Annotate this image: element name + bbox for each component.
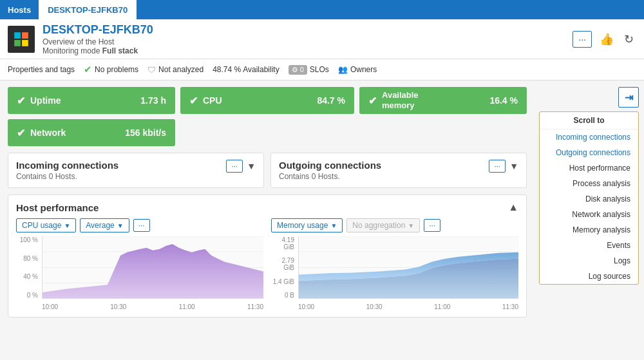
cpu-label: CPU	[203, 95, 317, 106]
host-header: DESKTOP-EJFKB70 Overview of the Host Mon…	[0, 19, 644, 59]
metrics-row-2: ✔ Network 156 kbit/s	[8, 119, 527, 146]
svg-rect-3	[22, 40, 28, 46]
right-sidebar: ⇥ Scroll to Incoming connections Outgoin…	[535, 81, 644, 360]
outgoing-chevron[interactable]: ▼	[509, 161, 518, 171]
no-problems[interactable]: ✔ No problems	[84, 64, 138, 75]
sidebar-item-logs[interactable]: Logs	[540, 253, 638, 269]
performance-panel: Host performance ▲ CPU usage ▼ Average ▼	[8, 194, 527, 317]
sidebar-item-log-sources[interactable]: Log sources	[540, 269, 638, 284]
properties-tags[interactable]: Properties and tags	[8, 65, 75, 74]
outgoing-title: Outgoing connections	[279, 160, 489, 171]
incoming-more-button[interactable]: ···	[226, 160, 243, 173]
cpu-tile: ✔ CPU 84.7 %	[180, 87, 354, 114]
performance-title: Host performance	[16, 202, 508, 213]
header-actions: ··· 👍 ↻	[573, 30, 636, 49]
cpu-chart-area: 100 % 80 % 40 % 0 %	[16, 236, 263, 310]
outgoing-connections-panel: Outgoing connections Contains 0 Hosts. ·…	[270, 153, 527, 188]
sidebar-item-network-analysis[interactable]: Network analysis	[540, 207, 638, 222]
cpu-value: 84.7 %	[317, 95, 345, 106]
outgoing-more-button[interactable]: ···	[489, 160, 506, 173]
memory-usage-dropdown[interactable]: Memory usage ▼	[271, 218, 343, 232]
memory-tile: ✔ Available memory 16.4 %	[359, 87, 527, 114]
slos[interactable]: ⚙ 0 SLOs	[289, 65, 329, 75]
sidebar-item-incoming[interactable]: Incoming connections	[540, 129, 638, 145]
availability[interactable]: 48.74 % Availability	[213, 65, 279, 74]
uptime-label: Uptime	[30, 95, 140, 106]
average-dropdown[interactable]: Average ▼	[80, 218, 129, 232]
more-button[interactable]: ···	[573, 31, 592, 48]
uptime-tile: ✔ Uptime 1.73 h	[8, 87, 175, 114]
sidebar-item-events[interactable]: Events	[540, 238, 638, 253]
check-icon: ✔	[368, 95, 377, 107]
memory-value: 16.4 %	[489, 95, 518, 106]
svg-rect-1	[22, 32, 28, 39]
scroll-to-title: Scroll to	[540, 112, 638, 129]
host-subtitle: Overview of the Host	[43, 37, 573, 46]
scroll-to-panel: Scroll to Incoming connections Outgoing …	[539, 111, 639, 285]
content-area: ✔ Uptime 1.73 h ✔ CPU 84.7 % ✔ Available…	[0, 81, 535, 360]
nav-current: DESKTOP-EJFKB70	[39, 0, 137, 19]
cpu-chart: CPU usage ▼ Average ▼ ··· 100 % 80 %	[16, 218, 263, 310]
host-icon	[8, 26, 35, 53]
sidebar-item-outgoing[interactable]: Outgoing connections	[540, 145, 638, 160]
check-icon: ✔	[84, 64, 92, 75]
incoming-chevron[interactable]: ▼	[247, 161, 256, 171]
svg-marker-8	[43, 244, 263, 298]
metrics-row-1: ✔ Uptime 1.73 h ✔ CPU 84.7 % ✔ Available…	[8, 87, 527, 114]
check-icon: ✔	[17, 95, 25, 107]
connections-row: Incoming connections Contains 0 Hosts. ·…	[8, 153, 527, 188]
owners-icon: 👥	[338, 65, 348, 74]
network-tile: ✔ Network 156 kbit/s	[8, 119, 175, 146]
sidebar-item-process-analysis[interactable]: Process analysis	[540, 176, 638, 191]
memory-chart-more[interactable]: ···	[424, 219, 440, 232]
check-icon: ✔	[189, 95, 198, 107]
svg-rect-0	[14, 32, 21, 39]
incoming-connections-panel: Incoming connections Contains 0 Hosts. ·…	[8, 153, 264, 188]
gear-icon: ⚙ 0	[289, 65, 307, 75]
expand-button[interactable]: ⇥	[618, 87, 639, 108]
tags-bar: Properties and tags ✔ No problems 🛡 Not …	[0, 59, 644, 81]
incoming-subtitle: Contains 0 Hosts.	[16, 172, 226, 181]
svg-rect-2	[14, 40, 21, 46]
memory-label: Available memory	[382, 90, 489, 110]
uptime-value: 1.73 h	[140, 95, 166, 106]
shield-icon: 🛡	[147, 65, 156, 75]
network-value: 156 kbit/s	[125, 128, 166, 138]
host-name: DESKTOP-EJFKB70	[43, 23, 573, 37]
memory-chart-area: 4.19 GiB 2.79 GiB 1.4 GiB 0 B	[271, 236, 518, 310]
sidebar-item-memory-analysis[interactable]: Memory analysis	[540, 222, 638, 238]
owners[interactable]: 👥 Owners	[338, 65, 377, 74]
memory-chart: Memory usage ▼ No aggregation ▼ ··· 4.19…	[271, 218, 518, 310]
network-label: Network	[30, 128, 125, 138]
nav-hosts[interactable]: Hosts	[0, 5, 39, 15]
not-analyzed[interactable]: 🛡 Not analyzed	[147, 65, 204, 75]
outgoing-subtitle: Contains 0 Hosts.	[279, 172, 489, 181]
thumbs-up-button[interactable]: 👍	[597, 30, 616, 49]
cpu-chart-more[interactable]: ···	[133, 219, 150, 232]
host-info: DESKTOP-EJFKB70 Overview of the Host Mon…	[43, 23, 573, 55]
cpu-usage-dropdown[interactable]: CPU usage ▼	[16, 218, 76, 232]
sidebar-item-host-performance[interactable]: Host performance	[540, 160, 638, 176]
no-aggregation-dropdown[interactable]: No aggregation ▼	[346, 218, 420, 232]
performance-collapse[interactable]: ▲	[508, 202, 518, 213]
incoming-title: Incoming connections	[16, 160, 226, 171]
host-monitoring: Monitoring mode Full stack	[43, 46, 573, 55]
check-icon: ✔	[17, 127, 25, 139]
sidebar-item-disk-analysis[interactable]: Disk analysis	[540, 191, 638, 207]
refresh-button[interactable]: ↻	[621, 30, 636, 49]
